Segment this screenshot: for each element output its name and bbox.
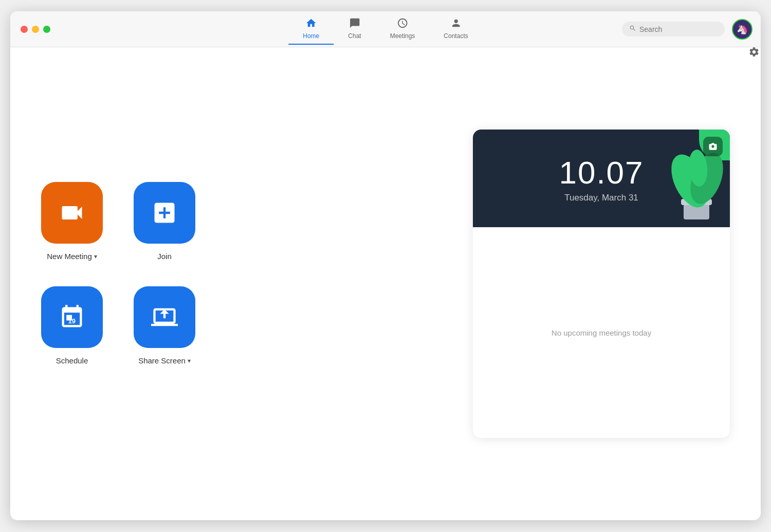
widget-body: No upcoming meetings today bbox=[473, 227, 730, 438]
search-bar[interactable] bbox=[622, 22, 725, 36]
maximize-button[interactable] bbox=[43, 26, 50, 33]
new-meeting-button[interactable] bbox=[41, 182, 103, 244]
tab-contacts-label: Contacts bbox=[444, 32, 468, 40]
share-screen-chevron: ▾ bbox=[188, 357, 191, 364]
nav-tabs: Home Chat Meetings Contact bbox=[288, 13, 482, 45]
widget-date: Tuesday, March 31 bbox=[564, 193, 638, 203]
new-meeting-label: New Meeting ▾ bbox=[47, 252, 97, 261]
calendar-widget: 10.07 Tuesday, March 31 bbox=[473, 130, 730, 438]
avatar[interactable]: 🦄 bbox=[732, 19, 752, 40]
contacts-icon bbox=[450, 17, 462, 30]
schedule-item[interactable]: 19 Schedule bbox=[41, 286, 103, 365]
search-input[interactable] bbox=[639, 25, 717, 33]
widget-header: 10.07 Tuesday, March 31 bbox=[473, 130, 730, 227]
tab-contacts[interactable]: Contacts bbox=[429, 13, 482, 45]
tab-chat[interactable]: Chat bbox=[334, 13, 375, 45]
share-screen-label: Share Screen ▾ bbox=[138, 356, 191, 365]
share-screen-item[interactable]: Share Screen ▾ bbox=[134, 286, 195, 365]
svg-text:19: 19 bbox=[68, 317, 75, 325]
tab-meetings-label: Meetings bbox=[390, 32, 415, 40]
home-icon bbox=[305, 17, 317, 30]
chat-icon bbox=[349, 17, 360, 30]
share-screen-button[interactable] bbox=[134, 286, 195, 348]
join-label: Join bbox=[157, 252, 172, 261]
new-meeting-item[interactable]: New Meeting ▾ bbox=[41, 182, 103, 261]
tab-meetings[interactable]: Meetings bbox=[376, 13, 430, 45]
traffic-lights bbox=[21, 26, 50, 33]
action-grid: New Meeting ▾ Join bbox=[41, 182, 195, 365]
schedule-button[interactable]: 19 bbox=[41, 286, 103, 348]
no-meetings-text: No upcoming meetings today bbox=[552, 328, 651, 337]
title-bar: Home Chat Meetings Contact bbox=[10, 11, 761, 47]
camera-button[interactable] bbox=[703, 137, 723, 156]
search-icon bbox=[629, 25, 636, 33]
schedule-label: Schedule bbox=[56, 356, 88, 365]
join-item[interactable]: Join bbox=[134, 182, 195, 261]
minimize-button[interactable] bbox=[32, 26, 39, 33]
join-button[interactable] bbox=[134, 182, 195, 244]
app-window: Home Chat Meetings Contact bbox=[10, 11, 761, 520]
widget-time: 10.07 bbox=[559, 154, 644, 191]
tab-chat-label: Chat bbox=[348, 32, 361, 40]
close-button[interactable] bbox=[21, 26, 28, 33]
new-meeting-chevron: ▾ bbox=[94, 253, 97, 260]
main-content: New Meeting ▾ Join bbox=[10, 47, 761, 520]
tab-home-label: Home bbox=[303, 32, 319, 40]
tab-home[interactable]: Home bbox=[288, 13, 334, 45]
meetings-icon bbox=[397, 17, 408, 30]
